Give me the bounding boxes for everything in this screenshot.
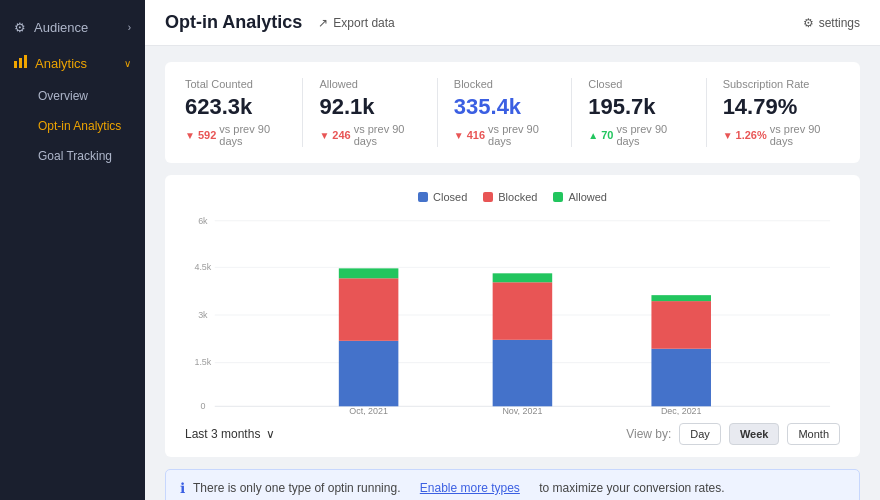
legend-closed: Closed bbox=[418, 191, 467, 203]
chart-footer: Last 3 months ∨ View by: Day Week Month bbox=[185, 423, 840, 445]
bar-chart: 6k 4.5k 3k 1.5k 0 bbox=[185, 215, 840, 415]
bar-dec-blocked bbox=[651, 301, 711, 349]
sidebar-item-optin-analytics[interactable]: Opt-in Analytics bbox=[0, 111, 145, 141]
chevron-right-icon: › bbox=[128, 22, 131, 33]
period-chevron-icon: ∨ bbox=[266, 427, 275, 441]
bar-nov-blocked bbox=[493, 282, 553, 340]
stat-change-num-blocked: 416 bbox=[467, 129, 485, 141]
stat-period-total: vs prev 90 days bbox=[219, 123, 286, 147]
bar-nov-allowed bbox=[493, 273, 553, 282]
sidebar-item-label-audience: Audience bbox=[34, 20, 88, 35]
stat-label-closed: Closed bbox=[588, 78, 689, 90]
info-text-before: There is only one type of optin running. bbox=[193, 481, 400, 495]
bar-nov-closed bbox=[493, 340, 553, 406]
bar-oct-closed bbox=[339, 341, 399, 407]
stat-change-num-allowed: 246 bbox=[332, 129, 350, 141]
stat-blocked: Blocked 335.4k ▼ 416 vs prev 90 days bbox=[438, 78, 572, 147]
stat-change-blocked: ▼ 416 vs prev 90 days bbox=[454, 123, 555, 147]
legend-dot-blocked bbox=[483, 192, 493, 202]
main-content: Opt-in Analytics ↗ Export data ⚙ setting… bbox=[145, 0, 880, 500]
sidebar-item-audience[interactable]: ⚙ Audience › bbox=[0, 10, 145, 45]
chevron-down-icon: ∨ bbox=[124, 58, 131, 69]
stat-period-blocked: vs prev 90 days bbox=[488, 123, 555, 147]
svg-text:6k: 6k bbox=[198, 216, 208, 226]
page-header: Opt-in Analytics ↗ Export data ⚙ setting… bbox=[145, 0, 880, 46]
chart-legend: Closed Blocked Allowed bbox=[185, 191, 840, 203]
stat-change-allowed: ▼ 246 vs prev 90 days bbox=[319, 123, 420, 147]
legend-dot-allowed bbox=[553, 192, 563, 202]
stat-period-sub: vs prev 90 days bbox=[770, 123, 824, 147]
export-icon: ↗ bbox=[318, 16, 328, 30]
stat-value-closed: 195.7k bbox=[588, 94, 689, 120]
svg-text:4.5k: 4.5k bbox=[194, 262, 211, 272]
bar-oct-blocked bbox=[339, 278, 399, 341]
svg-text:3k: 3k bbox=[198, 310, 208, 320]
arrow-down-icon: ▼ bbox=[185, 130, 195, 141]
svg-rect-2 bbox=[24, 55, 27, 68]
view-day-button[interactable]: Day bbox=[679, 423, 721, 445]
settings-button[interactable]: ⚙ settings bbox=[803, 16, 860, 30]
stat-change-closed: ▲ 70 vs prev 90 days bbox=[588, 123, 689, 147]
stat-label-blocked: Blocked bbox=[454, 78, 555, 90]
stat-label-allowed: Allowed bbox=[319, 78, 420, 90]
stat-period-allowed: vs prev 90 days bbox=[354, 123, 421, 147]
svg-text:Dec, 2021: Dec, 2021 bbox=[661, 406, 702, 415]
svg-text:0: 0 bbox=[200, 401, 205, 411]
legend-blocked: Blocked bbox=[483, 191, 537, 203]
info-icon: ℹ bbox=[180, 480, 185, 496]
sidebar-item-goal-tracking[interactable]: Goal Tracking bbox=[0, 141, 145, 171]
stat-subscription-rate: Subscription Rate 14.79% ▼ 1.26% vs prev… bbox=[707, 78, 840, 147]
view-week-button[interactable]: Week bbox=[729, 423, 780, 445]
content-area: Total Counted 623.3k ▼ 592 vs prev 90 da… bbox=[145, 46, 880, 500]
arrow-up-icon-closed: ▲ bbox=[588, 130, 598, 141]
period-label: Last 3 months bbox=[185, 427, 260, 441]
svg-text:Nov, 2021: Nov, 2021 bbox=[502, 406, 542, 415]
stat-value-sub: 14.79% bbox=[723, 94, 824, 120]
gear-icon: ⚙ bbox=[803, 16, 814, 30]
sidebar-section-analytics: Analytics ∨ Overview Opt-in Analytics Go… bbox=[0, 45, 145, 171]
bar-dec-allowed bbox=[651, 295, 711, 301]
legend-label-allowed: Allowed bbox=[568, 191, 607, 203]
stat-value-total: 623.3k bbox=[185, 94, 286, 120]
page-title: Opt-in Analytics bbox=[165, 12, 302, 33]
stat-change-total: ▼ 592 vs prev 90 days bbox=[185, 123, 286, 147]
sidebar: ⚙ Audience › Analytics ∨ Overview bbox=[0, 0, 145, 500]
view-month-button[interactable]: Month bbox=[787, 423, 840, 445]
period-selector[interactable]: Last 3 months ∨ bbox=[185, 427, 275, 441]
chart-card: Closed Blocked Allowed 6k 4.5k 3k bbox=[165, 175, 860, 457]
chart-area: 6k 4.5k 3k 1.5k 0 bbox=[185, 215, 840, 415]
info-text-after: to maximize your conversion rates. bbox=[539, 481, 724, 495]
legend-label-closed: Closed bbox=[433, 191, 467, 203]
stat-period-closed: vs prev 90 days bbox=[616, 123, 689, 147]
enable-types-link[interactable]: Enable more types bbox=[420, 481, 520, 495]
sidebar-item-analytics[interactable]: Analytics ∨ bbox=[0, 45, 145, 81]
stat-value-allowed: 92.1k bbox=[319, 94, 420, 120]
stat-change-num-total: 592 bbox=[198, 129, 216, 141]
bar-dec-closed bbox=[651, 349, 711, 407]
header-left: Opt-in Analytics ↗ Export data bbox=[165, 12, 395, 33]
legend-dot-closed bbox=[418, 192, 428, 202]
sidebar-item-overview[interactable]: Overview bbox=[0, 81, 145, 111]
stat-total-counted: Total Counted 623.3k ▼ 592 vs prev 90 da… bbox=[185, 78, 303, 147]
chart-icon bbox=[14, 55, 27, 71]
stat-change-num-closed: 70 bbox=[601, 129, 613, 141]
legend-label-blocked: Blocked bbox=[498, 191, 537, 203]
stat-closed: Closed 195.7k ▲ 70 vs prev 90 days bbox=[572, 78, 706, 147]
arrow-down-icon-blocked: ▼ bbox=[454, 130, 464, 141]
people-icon: ⚙ bbox=[14, 20, 26, 35]
stat-change-sub: ▼ 1.26% vs prev 90 days bbox=[723, 123, 824, 147]
view-by-label: View by: bbox=[626, 427, 671, 441]
stat-allowed: Allowed 92.1k ▼ 246 vs prev 90 days bbox=[303, 78, 437, 147]
legend-allowed: Allowed bbox=[553, 191, 607, 203]
stats-row: Total Counted 623.3k ▼ 592 vs prev 90 da… bbox=[185, 78, 840, 147]
export-button[interactable]: ↗ Export data bbox=[318, 16, 394, 30]
info-banner: ℹ There is only one type of optin runnin… bbox=[165, 469, 860, 500]
sidebar-item-label-analytics: Analytics bbox=[35, 56, 87, 71]
stats-card: Total Counted 623.3k ▼ 592 vs prev 90 da… bbox=[165, 62, 860, 163]
svg-rect-1 bbox=[19, 58, 22, 68]
stat-value-blocked: 335.4k bbox=[454, 94, 555, 120]
stat-label-total: Total Counted bbox=[185, 78, 286, 90]
sidebar-section-audience: ⚙ Audience › bbox=[0, 10, 145, 45]
arrow-down-icon-sub: ▼ bbox=[723, 130, 733, 141]
svg-text:Oct, 2021: Oct, 2021 bbox=[349, 406, 388, 415]
